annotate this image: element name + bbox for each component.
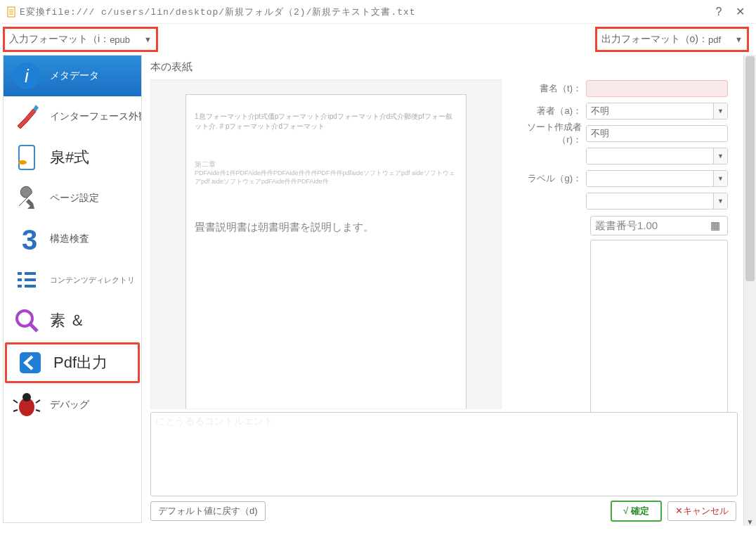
sidebar-item-label: 素 ＆ <box>50 310 85 331</box>
sidebar-item-heuristics[interactable]: 泉#式 <box>4 137 141 178</box>
series-number[interactable]: 叢書番号1.00 ▦ <box>590 216 728 236</box>
publisher-label <box>509 151 586 162</box>
output-format-value: pdf <box>708 34 721 45</box>
info-icon: i <box>11 60 43 92</box>
svg-point-15 <box>17 311 32 326</box>
sort-author-label: ソート作成者（r)： <box>509 121 586 146</box>
sidebar-item-label: デバッグ <box>50 399 89 411</box>
preview-text: 畳書説明書は朝書明書を説明します。 <box>195 221 457 234</box>
chevron-down-icon[interactable]: ▼ <box>713 193 727 209</box>
chevron-down-icon[interactable]: ▼ <box>713 171 727 186</box>
list-icon <box>11 264 43 296</box>
blank-input[interactable]: ▼ <box>586 193 728 210</box>
metadata-fields: 書名（t)： 著者（a)： ▼ ソート作成者（r)： <box>506 79 743 409</box>
sidebar-item-label: ページ設定 <box>50 192 99 205</box>
svg-rect-17 <box>20 352 41 373</box>
reset-defaults-button[interactable]: デフォルト値に戻す（d) <box>150 501 266 521</box>
preview-text: 1息フォーマット介pt式価pフォーマット介ipdフォーマット介d式介郵便pfフォ… <box>195 112 457 131</box>
input-format-label: 入力フォーマット（i： <box>9 33 110 46</box>
sidebar-item-pdf-output[interactable]: Pdf出力 <box>5 342 140 383</box>
cover-preview: 1息フォーマット介pt式価pフォーマット介ipdフォーマット介d式介郵便pfフォ… <box>150 79 502 409</box>
sidebar-item-search[interactable]: 素 ＆ <box>4 300 141 341</box>
svg-rect-13 <box>18 285 22 288</box>
preview-text: PDFAide件1件PDFAide件件PDFAide件件件PDF件件pdfaid… <box>195 169 457 186</box>
placeholder-text: にとうるるコントルエント <box>155 415 273 428</box>
svg-point-7 <box>18 160 27 165</box>
scrollbar[interactable]: ▲ ▼ <box>743 55 756 526</box>
bug-icon <box>11 389 43 421</box>
brush-icon <box>11 101 43 133</box>
chevron-down-icon[interactable]: ▼ <box>713 103 727 119</box>
sidebar-item-look-feel[interactable]: インターフェース外観 <box>4 96 141 137</box>
scroll-thumb[interactable] <box>745 56 755 281</box>
close-button[interactable]: ✕ <box>729 1 750 22</box>
preview-page: 1息フォーマット介pt式価pフォーマット介ipdフォーマット介d式介郵便pfフォ… <box>185 94 467 409</box>
number-icon: 3 <box>11 223 43 255</box>
svg-rect-11 <box>18 278 22 281</box>
sidebar-item-label: 泉#式 <box>50 147 89 168</box>
ok-button[interactable]: √ 確定 <box>611 501 662 522</box>
window-title: E変換file:/// c/users/lin/desktop/新規フォルダ（2… <box>20 6 708 18</box>
content-area: 本の表紙 1息フォーマット介pt式価pフォーマット介ipdフォーマット介d式介郵… <box>145 55 756 526</box>
svg-text:3: 3 <box>22 224 37 254</box>
input-format-value: epub <box>110 34 130 45</box>
input-format-combo[interactable]: 入力フォーマット（i： epub ▼ <box>3 27 158 52</box>
svg-point-19 <box>22 393 31 401</box>
author-input[interactable]: ▼ <box>586 103 728 120</box>
sidebar-item-label: メタデータ <box>50 70 99 82</box>
help-button[interactable]: ? <box>708 1 729 22</box>
wrench-icon <box>11 182 43 214</box>
sort-author-input[interactable] <box>586 125 728 142</box>
sidebar-item-debug[interactable]: デバッグ <box>4 385 141 425</box>
svg-rect-14 <box>25 285 36 288</box>
svg-rect-9 <box>18 272 22 275</box>
chevron-down-icon[interactable]: ▼ <box>713 148 727 164</box>
preview-chapter: 第二章 <box>195 160 457 169</box>
sidebar-item-label: 構造検査 <box>50 233 89 245</box>
section-heading: 本の表紙 <box>150 55 743 79</box>
document-icon <box>6 6 17 18</box>
label-label: ラベル（g)： <box>509 172 586 185</box>
arrow-left-icon <box>14 347 46 379</box>
search-icon <box>11 304 43 337</box>
scroll-down-icon[interactable]: ▼ <box>744 518 756 526</box>
output-format-label: 出力フォーマット（o)： <box>601 33 708 46</box>
chevron-down-icon: ▼ <box>735 35 743 44</box>
svg-rect-10 <box>25 272 36 275</box>
sidebar-item-label: Pdf出力 <box>53 352 107 373</box>
svg-rect-6 <box>19 146 34 169</box>
sidebar-item-toc[interactable]: コンテンツディレクトリ <box>4 259 141 300</box>
author-label: 著者（a)： <box>509 105 586 117</box>
document-icon <box>11 141 43 174</box>
title-input[interactable] <box>586 80 728 97</box>
sidebar-item-metadata[interactable]: i メタデータ <box>4 56 141 96</box>
svg-line-21 <box>36 400 40 403</box>
blank-label <box>509 196 586 207</box>
lower-text-box[interactable]: にとうるるコントルエント <box>150 412 738 496</box>
title-label: 書名（t)： <box>509 82 586 95</box>
format-bar: 入力フォーマット（i： epub ▼ 出力フォーマット（o)： pdf ▼ <box>0 24 756 55</box>
sidebar: i メタデータ インターフェース外観 泉#式 ページ設定 3 構造検査 コンテン… <box>3 55 142 523</box>
svg-line-16 <box>30 324 37 331</box>
title-bar: E変換file:/// c/users/lin/desktop/新規フォルダ（2… <box>0 0 756 24</box>
svg-line-22 <box>13 410 18 411</box>
chevron-down-icon: ▼ <box>144 35 152 44</box>
footer-buttons: デフォルト値に戻す（d) √ 確定 ✕キャンセル <box>150 496 743 526</box>
svg-line-23 <box>36 410 40 411</box>
grid-icon[interactable]: ▦ <box>708 219 723 232</box>
sidebar-item-label: インターフェース外観 <box>50 110 142 123</box>
comments-box[interactable] <box>590 240 728 415</box>
svg-rect-12 <box>25 278 36 281</box>
sidebar-item-structure[interactable]: 3 構造検査 <box>4 219 141 259</box>
sidebar-item-page-setup[interactable]: ページ設定 <box>4 178 141 219</box>
output-format-combo[interactable]: 出力フォーマット（o)： pdf ▼ <box>595 27 749 52</box>
cancel-button[interactable]: ✕キャンセル <box>667 501 736 521</box>
publisher-input[interactable]: ▼ <box>586 148 728 165</box>
label-input[interactable]: ▼ <box>586 170 728 187</box>
sidebar-item-label: コンテンツディレクトリ <box>50 275 135 285</box>
svg-line-20 <box>13 400 18 403</box>
